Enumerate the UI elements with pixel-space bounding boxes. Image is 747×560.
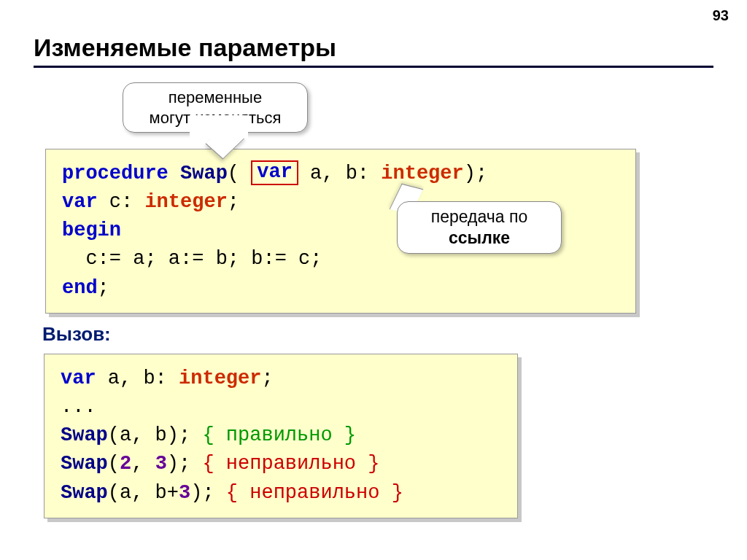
comment-incorrect: { неправильно } [202,453,379,475]
num-literal: 3 [179,482,190,504]
page-title: Изменяемые параметры [34,34,336,62]
paren-close: ); [464,163,487,184]
paren: ( [108,453,120,475]
paren-close: ); [167,453,203,475]
num-literal: 3 [155,453,167,475]
args: (a, b); [108,424,203,446]
mask-inner [190,115,248,139]
comment-incorrect: { неправильно } [226,482,403,504]
call-swap: Swap [61,424,108,446]
type-integer: integer [144,191,227,213]
callout-pass-by-reference: передача по ссылке [397,201,562,254]
semi: ; [228,191,239,213]
type-integer: integer [381,163,463,184]
params: a, b: [298,163,381,184]
kw-var: var [61,368,96,389]
comment-correct: { правильно } [202,424,356,446]
kw-procedure: procedure [62,163,169,184]
page-number: 93 [713,7,729,24]
code-line: c:= a; a:= b; b:= c; [62,248,322,270]
var-highlight-box: var [251,160,298,185]
paren-close: ); [190,482,226,504]
call-swap: Swap [61,453,108,475]
ellipsis: ... [61,396,96,418]
code-block-calls: var a, b: integer; ... Swap(a, b); { пра… [44,354,518,518]
callout-line: переменные [139,88,291,108]
type-integer: integer [179,368,261,389]
kw-begin: begin [62,219,121,241]
args: (a, b+ [108,482,179,504]
sep: , [131,453,155,475]
decl: a, b: [96,368,179,389]
kw-var: var [62,191,98,213]
title-underline [34,66,713,68]
semi: ; [98,277,109,299]
callout-line: передача по [414,206,545,228]
kw-end: end [62,277,98,299]
proc-name: Swap [180,163,228,184]
call-heading: Вызов: [42,323,111,346]
num-literal: 2 [120,453,131,475]
kw-var: var [257,161,293,183]
call-swap: Swap [61,482,108,504]
paren: ( [228,163,239,184]
callout-line-bold: ссылке [414,228,545,249]
semi: ; [261,368,273,389]
callout-mask [190,115,248,139]
